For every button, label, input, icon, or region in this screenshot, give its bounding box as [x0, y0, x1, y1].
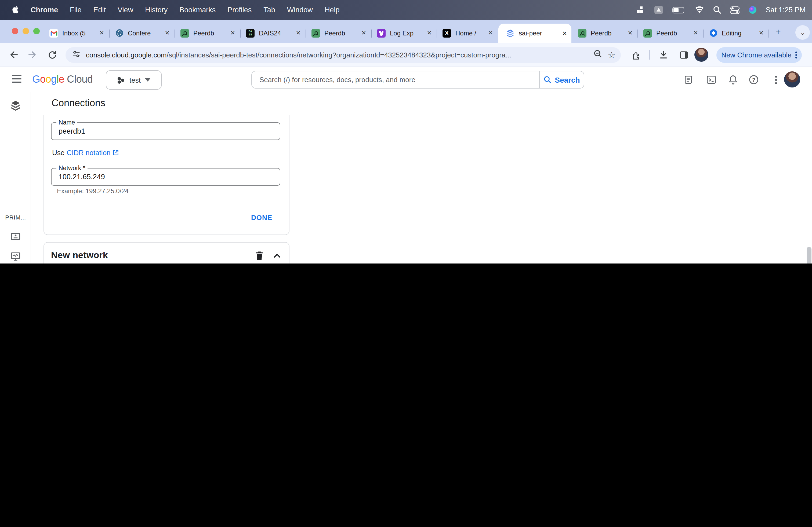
forward-icon[interactable] — [27, 49, 39, 61]
tab-peerdb-1[interactable]: Peerdb ✕ — [175, 23, 240, 43]
close-tab-icon[interactable]: ✕ — [296, 30, 301, 36]
menu-edit[interactable]: Edit — [88, 6, 112, 14]
tab-log-explorer[interactable]: Log Exp ✕ — [372, 23, 436, 43]
account-avatar[interactable] — [784, 71, 800, 88]
gcp-header: GoogleCloud test Search (/) for resource… — [0, 67, 812, 92]
new-tab-button[interactable]: + — [775, 27, 781, 37]
tab-conference[interactable]: Confere ✕ — [110, 23, 174, 43]
siri-icon[interactable] — [748, 6, 756, 14]
control-center-icon[interactable] — [730, 6, 739, 14]
cloud-sql-product-icon[interactable] — [0, 96, 31, 115]
tab-peerdb-3[interactable]: Peerdb ✕ — [572, 23, 637, 43]
editing-pin-icon — [709, 29, 717, 37]
search-input[interactable]: Search (/) for resources, docs, products… — [252, 76, 539, 84]
page-title: Connections — [52, 92, 105, 114]
network-card-2: New network Name peerdb2 Use CIDR notati… — [44, 242, 289, 264]
bookmark-star-icon[interactable]: ☆ — [608, 51, 615, 59]
tab-peerdb-2[interactable]: Peerdb ✕ — [306, 23, 371, 43]
cloud-sql-icon — [506, 29, 514, 37]
close-tab-icon[interactable]: ✕ — [230, 30, 235, 36]
menu-history[interactable]: History — [139, 6, 173, 14]
menu-profiles[interactable]: Profiles — [221, 6, 258, 14]
menu-file[interactable]: File — [64, 6, 88, 14]
google-cloud-logo[interactable]: GoogleCloud — [32, 74, 93, 85]
menu-help[interactable]: Help — [319, 6, 346, 14]
close-tab-icon[interactable]: ✕ — [361, 30, 366, 36]
reload-icon[interactable] — [46, 49, 58, 61]
zoom-out-icon[interactable] — [593, 49, 602, 61]
menu-window[interactable]: Window — [281, 6, 319, 14]
macos-menu-bar: Chrome File Edit View History Bookmarks … — [0, 0, 812, 20]
close-tab-icon[interactable]: ✕ — [99, 30, 104, 36]
tab-sai-peerdb-active[interactable]: sai-peer ✕ — [498, 24, 571, 43]
new-chrome-available-button[interactable]: New Chrome available — [716, 47, 802, 63]
release-notes-icon[interactable] — [683, 74, 694, 85]
chevron-down-icon — [145, 78, 150, 81]
tab-editing[interactable]: Editing ✕ — [704, 23, 768, 43]
browser-menu-icon[interactable] — [795, 51, 797, 59]
zoom-window-button[interactable] — [33, 28, 40, 34]
tab-inbox[interactable]: Inbox (5 ✕ — [44, 23, 108, 43]
card-title: New network — [51, 250, 108, 261]
more-vertical-icon[interactable] — [770, 74, 781, 85]
battery-icon[interactable] — [672, 7, 685, 13]
extensions-icon[interactable] — [630, 49, 642, 61]
menu-bar-clock[interactable]: Sat 1:25 PM — [766, 6, 806, 14]
done-button[interactable]: DONE — [251, 212, 272, 223]
tab-peerdb-4[interactable]: Peerdb ✕ — [638, 23, 702, 43]
collapse-card-button[interactable] — [272, 250, 282, 261]
external-link-icon — [113, 149, 119, 155]
delete-network-button[interactable] — [254, 250, 265, 261]
sidebar-item-overview[interactable] — [0, 227, 31, 246]
menu-view[interactable]: View — [112, 6, 139, 14]
profile-avatar[interactable] — [694, 48, 708, 62]
help-icon[interactable]: ? — [748, 74, 759, 85]
close-tab-icon[interactable]: ✕ — [165, 30, 170, 36]
network-card-1: Name peerdb1 Use CIDR notation Network *… — [44, 115, 289, 235]
close-tab-icon[interactable]: ✕ — [628, 30, 633, 36]
search-button[interactable]: Search — [539, 71, 584, 88]
sidebar-item-system-insights[interactable] — [0, 247, 31, 264]
back-icon[interactable] — [8, 49, 19, 61]
tiles-icon[interactable] — [637, 6, 645, 14]
address-bar[interactable]: console.cloud.google.com/sql/instances/s… — [66, 47, 621, 63]
x-icon: X — [443, 29, 451, 37]
spotlight-icon[interactable] — [713, 6, 721, 14]
menu-bookmarks[interactable]: Bookmarks — [173, 6, 221, 14]
app-triangle-icon[interactable] — [654, 5, 663, 15]
close-tab-icon[interactable]: ✕ — [562, 30, 567, 37]
name-field[interactable]: Name peerdb1 — [51, 122, 280, 140]
project-selector[interactable]: test — [106, 70, 162, 90]
tab-search-button[interactable]: ⌄ — [795, 25, 810, 40]
close-tab-icon[interactable]: ✕ — [427, 30, 432, 36]
cidr-notation-link[interactable]: CIDR notation — [67, 148, 110, 156]
close-tab-icon[interactable]: ✕ — [759, 30, 764, 36]
tab-dais24[interactable]: DAIS DAIS24 ✕ — [241, 23, 305, 43]
gcp-search-bar[interactable]: Search (/) for resources, docs, products… — [251, 71, 584, 89]
notifications-bell-icon[interactable] — [727, 74, 738, 85]
apple-icon[interactable] — [8, 6, 25, 14]
site-settings-icon[interactable] — [72, 50, 81, 60]
download-icon[interactable] — [657, 49, 669, 61]
chrome-tab-strip: Inbox (5 ✕ Confere ✕ Peerdb ✕ DAIS D — [0, 20, 812, 43]
scrollbar-thumb[interactable] — [807, 247, 811, 264]
menu-tab[interactable]: Tab — [258, 6, 281, 14]
nav-menu-icon[interactable] — [12, 75, 21, 82]
cloud-shell-icon[interactable] — [706, 74, 717, 85]
project-icon — [117, 76, 125, 84]
close-tab-icon[interactable]: ✕ — [693, 30, 698, 36]
svg-text:?: ? — [752, 77, 756, 83]
cloud-sql-nav-rail: PRIM... — [0, 92, 31, 264]
close-window-button[interactable] — [12, 28, 18, 34]
tab-x-home[interactable]: X Home / ✕ — [437, 23, 497, 43]
wifi-icon[interactable] — [695, 6, 704, 13]
close-tab-icon[interactable]: ✕ — [488, 30, 493, 36]
peerdb-icon — [311, 29, 320, 37]
side-panel-icon[interactable] — [678, 49, 690, 61]
menu-chrome[interactable]: Chrome — [25, 6, 64, 14]
minimize-window-button[interactable] — [23, 28, 29, 34]
nav-section-label: PRIM... — [0, 214, 31, 221]
network-field[interactable]: Network * 100.21.65.249 — [51, 168, 280, 186]
search-icon — [543, 76, 552, 84]
connections-page: Connections Name peerdb1 Use CIDR notati… — [31, 92, 812, 264]
